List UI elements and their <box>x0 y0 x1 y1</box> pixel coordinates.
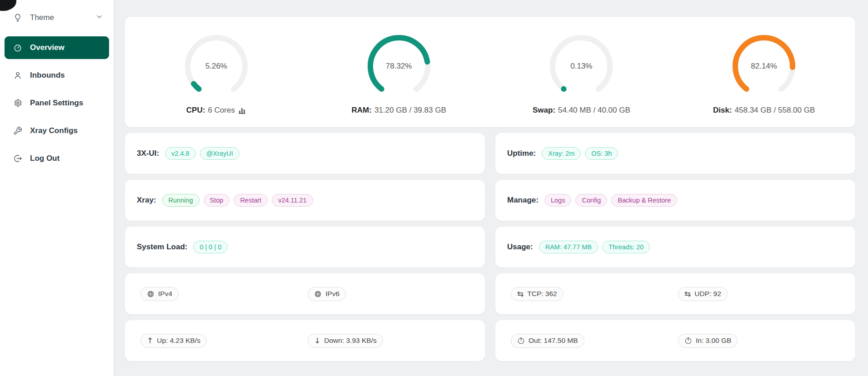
sidebar-item-label: Log Out <box>30 154 60 163</box>
main-content: 5.26% CPU: 6 Cores 78.32% RAM: 31.20 G <box>114 0 868 376</box>
ram-label: RAM: 31.20 GB / 39.83 GB <box>352 106 446 115</box>
xui-card: 3X-UI: v2.4.8 @XrayUI <box>125 133 485 174</box>
ram-gauge: 78.32% RAM: 31.20 GB / 39.83 GB <box>352 32 446 115</box>
globe-icon <box>147 290 155 298</box>
sidebar-item-label: Inbounds <box>30 71 65 80</box>
system-stats-card: 5.26% CPU: 6 Cores 78.32% RAM: 31.20 G <box>125 17 855 127</box>
info-grid: 3X-UI: v2.4.8 @XrayUI Uptime: Xray: 2m O… <box>125 133 855 361</box>
upload-speed-pill: ↑ Up: 4.23 KB/s <box>140 334 207 348</box>
cpu-percent: 5.26% <box>182 32 250 100</box>
theme-label: Theme <box>30 13 54 22</box>
arrow-down-icon: ↓ <box>314 337 320 345</box>
xray-card: Xray: Running Stop Restart v24.11.21 <box>125 180 485 221</box>
speed-card: ↑ Up: 4.23 KB/s ↓ Down: 3.93 KB/s <box>125 320 485 361</box>
xray-version-badge[interactable]: v24.11.21 <box>272 194 313 207</box>
user-icon <box>13 70 23 80</box>
chevron-down-icon <box>96 13 103 22</box>
dashboard-icon <box>13 43 23 53</box>
traffic-in-pill: In: 3.00 GB <box>678 334 738 348</box>
sidebar-item-inbounds[interactable]: Inbounds <box>5 64 109 87</box>
disk-percent: 82.14% <box>730 32 798 100</box>
uptime-label: Uptime: <box>507 149 536 158</box>
download-speed-pill: ↓ Down: 3.93 KB/s <box>308 334 383 348</box>
arrow-up-icon: ↑ <box>147 337 153 345</box>
sidebar-nav: Overview Inbounds Panel Settings Xray Co… <box>5 36 109 170</box>
udp-pill: ⇆ UDP: 92 <box>678 287 728 301</box>
gear-icon <box>13 98 23 108</box>
xray-stop-button[interactable]: Stop <box>204 194 230 207</box>
sidebar-item-label: Xray Configs <box>30 126 78 135</box>
sidebar-item-logout[interactable]: Log Out <box>5 147 109 170</box>
xray-status-badge: Running <box>162 194 200 207</box>
logs-button[interactable]: Logs <box>544 194 571 207</box>
disk-gauge: 82.14% Disk: 458.34 GB / 558.00 GB <box>713 32 815 115</box>
usage-ram-badge: RAM: 47.77 MB <box>539 241 598 253</box>
sidebar: Theme Overview Inbounds Panel Settings <box>0 0 114 376</box>
swap-label: Swap: 54.40 MB / 40.00 GB <box>533 106 630 115</box>
uptime-os-badge: OS: 3h <box>585 147 618 160</box>
ipv6-pill[interactable]: IPv6 <box>308 287 346 301</box>
cpu-gauge: 5.26% CPU: 6 Cores <box>182 32 250 115</box>
swap-percent: 0.13% <box>547 32 615 100</box>
tcp-pill: ⇆ TCP: 362 <box>511 287 564 301</box>
globe-icon <box>314 290 322 298</box>
xray-restart-button[interactable]: Restart <box>234 194 268 207</box>
manage-card: Manage: Logs Config Backup & Restore <box>495 180 855 221</box>
swap-gauge: 0.13% Swap: 54.40 MB / 40.00 GB <box>533 32 630 115</box>
traffic-out-pill: Out: 147.50 MB <box>511 334 584 348</box>
traffic-out-icon <box>517 337 525 345</box>
manage-label: Manage: <box>507 196 539 205</box>
connections-card: ⇆ TCP: 362 ⇆ UDP: 92 <box>495 273 855 314</box>
ip-card: IPv4 IPv6 <box>125 273 485 314</box>
traffic-card: Out: 147.50 MB In: 3.00 GB <box>495 320 855 361</box>
sidebar-item-label: Panel Settings <box>30 99 83 108</box>
sidebar-item-panel-settings[interactable]: Panel Settings <box>5 92 109 114</box>
usage-label: Usage: <box>507 242 533 252</box>
backup-restore-button[interactable]: Backup & Restore <box>611 194 677 207</box>
xray-label: Xray: <box>137 196 156 205</box>
xui-label: 3X-UI: <box>137 149 159 158</box>
swap-arrows-icon: ⇆ <box>684 290 691 298</box>
sidebar-item-overview[interactable]: Overview <box>5 36 109 59</box>
uptime-xray-badge: Xray: 2m <box>542 147 581 160</box>
ram-percent: 78.32% <box>365 32 433 100</box>
traffic-in-icon <box>684 337 692 345</box>
system-load-card: System Load: 0 | 0 | 0 <box>125 227 485 267</box>
sidebar-item-xray-configs[interactable]: Xray Configs <box>5 119 109 142</box>
xui-version-badge[interactable]: v2.4.8 <box>165 147 196 160</box>
wrench-icon <box>13 126 23 136</box>
logout-icon <box>13 153 23 163</box>
xui-channel-badge[interactable]: @XrayUI <box>200 147 239 160</box>
sidebar-item-label: Overview <box>30 43 65 52</box>
swap-arrows-icon: ⇆ <box>517 290 524 298</box>
usage-threads-badge: Threads: 20 <box>602 241 650 253</box>
uptime-card: Uptime: Xray: 2m OS: 3h <box>495 133 855 174</box>
config-button[interactable]: Config <box>575 194 607 207</box>
system-load-badge: 0 | 0 | 0 <box>193 241 228 253</box>
usage-card: Usage: RAM: 47.77 MB Threads: 20 <box>495 227 855 267</box>
lightbulb-icon <box>13 13 23 23</box>
system-load-label: System Load: <box>137 242 187 252</box>
bar-chart-icon <box>238 106 246 115</box>
ipv4-pill[interactable]: IPv4 <box>140 287 179 301</box>
theme-selector[interactable]: Theme <box>5 6 109 29</box>
cpu-label: CPU: 6 Cores <box>182 106 250 115</box>
disk-label: Disk: 458.34 GB / 558.00 GB <box>713 106 815 115</box>
